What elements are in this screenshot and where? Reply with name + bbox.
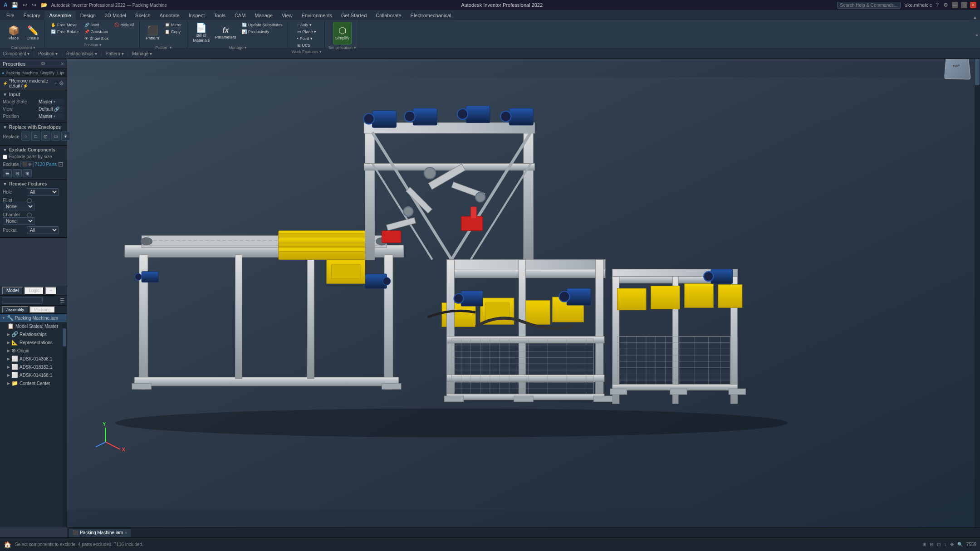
joint-button[interactable]: 🔗 Joint xyxy=(82,22,111,28)
close-btn[interactable]: ✕ xyxy=(970,2,976,8)
exclude-input[interactable]: ⬛ ⊕ xyxy=(20,161,34,167)
nav-btn-fit[interactable]: ⊡ xyxy=(937,542,941,547)
axis-button[interactable]: ↕ Axis ▾ xyxy=(295,22,319,28)
viewport-vscrollbar[interactable] xyxy=(975,49,980,537)
vp-tab-close-icon[interactable]: × xyxy=(125,531,127,535)
tree-scrollbar-thumb[interactable] xyxy=(63,328,66,346)
place-button[interactable]: 📦 Place xyxy=(5,22,23,44)
manage-dropdown[interactable]: Manage ▾ xyxy=(132,51,152,56)
exclude-section-header[interactable]: ▼ Exclude Components xyxy=(3,147,64,152)
replace-more-btn[interactable]: ▾ xyxy=(61,132,70,141)
quick-access-undo[interactable]: ↩ xyxy=(22,1,28,9)
pattern-button[interactable]: ⬛ Pattern xyxy=(143,22,162,44)
show-sick-button[interactable]: 👁 Show Sick xyxy=(82,35,111,42)
chamfer-select[interactable]: None xyxy=(3,217,34,225)
quick-access-redo[interactable]: ↪ xyxy=(31,1,37,9)
quick-access-open[interactable]: 📂 xyxy=(40,1,49,9)
section-settings-icon[interactable]: ⚙ xyxy=(59,80,64,87)
model-state-value[interactable]: Master ▾ xyxy=(37,99,64,105)
tab-design[interactable]: Design xyxy=(76,11,100,20)
help-icon[interactable]: ? xyxy=(935,1,940,9)
exclude-group-btn[interactable]: ⊞ xyxy=(23,169,32,177)
tab-manage[interactable]: Manage xyxy=(250,11,277,20)
hole-select[interactable]: All xyxy=(27,188,59,196)
productivity-button[interactable]: 📊 Productivity xyxy=(240,29,285,35)
tree-item-origin[interactable]: ▶ ⊕ Origin xyxy=(0,346,67,355)
tab-add[interactable]: + xyxy=(45,287,57,295)
constrain-button[interactable]: 📌 Constrain xyxy=(82,29,111,35)
modeling-subtab[interactable]: Modeling xyxy=(29,306,55,313)
tree-item-relationships[interactable]: ▶ 🔗 Relationships xyxy=(0,330,67,338)
exclude-by-size-checkbox[interactable] xyxy=(3,155,7,159)
ribbon-collapse-icon[interactable]: ▲ xyxy=(970,15,980,20)
tree-scrollbar[interactable] xyxy=(62,324,67,527)
viewport-tab-packing-machine[interactable]: ⬛ Packing Machine.iam × xyxy=(69,529,131,537)
remove-section-header[interactable]: ▼ Remove Features xyxy=(3,181,64,186)
fillet-select[interactable]: None xyxy=(3,203,34,210)
tree-item-model-states[interactable]: 📋 Model States: Master xyxy=(0,322,67,330)
tab-file[interactable]: File xyxy=(2,11,19,20)
quick-access-save[interactable]: 💾 xyxy=(10,1,19,9)
parameters-button[interactable]: fx Parameters xyxy=(213,22,239,44)
tab-factory[interactable]: Factory xyxy=(19,11,45,20)
pattern-dropdown[interactable]: Pattern ▾ xyxy=(105,51,123,56)
position-value[interactable]: Master ▾ xyxy=(37,113,64,119)
create-button[interactable]: ✏️ Create xyxy=(24,22,42,44)
tab-tools[interactable]: Tools xyxy=(209,11,230,20)
tab-inspect[interactable]: Inspect xyxy=(184,11,209,20)
simplify-button[interactable]: ⬡ Simplify xyxy=(333,22,352,44)
tab-view[interactable]: View xyxy=(277,11,297,20)
nav-btn-rotate[interactable]: ↕ xyxy=(944,542,946,547)
viewport[interactable]: X Y TOP xyxy=(67,49,980,537)
search-box[interactable]: Search Help & Commands... xyxy=(837,2,901,9)
exclude-filter-btn[interactable]: ⊟ xyxy=(13,169,22,177)
section-add-icon[interactable]: + xyxy=(54,80,58,87)
free-rotate-button[interactable]: 🔄 Free Rotate xyxy=(49,29,81,35)
position-dropdown[interactable]: Position ▾ xyxy=(38,51,58,56)
tree-item-adsk1[interactable]: ▶ ⬜ ADSK-014308:1 xyxy=(0,355,67,363)
tab-annotate[interactable]: Annotate xyxy=(155,11,184,20)
exclude-by-size-check[interactable]: Exclude parts by size xyxy=(3,154,64,159)
pocket-select[interactable]: All xyxy=(27,226,59,234)
ucs-button[interactable]: ⊞ UCS xyxy=(295,42,319,49)
tree-item-adsk3[interactable]: ▶ ⬜ ADSK-014168:1 xyxy=(0,371,67,379)
tab-electromechanical[interactable]: Electromechanical xyxy=(406,11,456,20)
tab-sketch[interactable]: Sketch xyxy=(131,11,155,20)
copy-button[interactable]: 📋 Copy xyxy=(162,29,184,35)
replace-sphere-btn[interactable]: ◎ xyxy=(41,132,50,141)
update-substitutes-button[interactable]: 🔄 Update Substitutes xyxy=(240,22,285,28)
input-section-header[interactable]: ▼ Input xyxy=(3,92,64,97)
plane-button[interactable]: ▭ Plane ▾ xyxy=(295,29,319,35)
ribbon-options[interactable]: ▾ xyxy=(976,33,978,38)
home-icon[interactable]: 🏠 xyxy=(4,541,11,548)
nav-btn-zoom-out[interactable]: ⊟ xyxy=(930,542,933,547)
tree-item-representations[interactable]: ▶ 📐 Representations xyxy=(0,338,67,346)
mirror-button[interactable]: 🔲 Mirror xyxy=(162,22,184,28)
maximize-btn[interactable]: □ xyxy=(961,2,967,8)
tree-item-content-center[interactable]: ▶ 📁 Content Center xyxy=(0,379,67,387)
point-button[interactable]: • Point ▾ xyxy=(295,35,319,42)
tab-collaborate[interactable]: Collaborate xyxy=(371,11,406,20)
relationships-dropdown[interactable]: Relationships ▾ xyxy=(66,51,97,56)
nav-btn-zoom[interactable]: 🔍 xyxy=(957,542,963,547)
tab-environments[interactable]: Environments xyxy=(297,11,337,20)
tab-model[interactable]: Model xyxy=(2,287,23,295)
replace-cylinder-btn[interactable]: ▭ xyxy=(51,132,60,141)
nav-btn-grid[interactable]: ⊞ xyxy=(922,542,926,547)
tab-assemble[interactable]: Assemble xyxy=(44,11,75,20)
view-link-icon[interactable]: 🔗 xyxy=(54,107,59,112)
replace-circle-btn[interactable]: ○ xyxy=(21,132,30,141)
replace-section-header[interactable]: ▼ Replace with Envelopes xyxy=(3,125,64,130)
tab-cam[interactable]: CAM xyxy=(230,11,250,20)
hide-all-button[interactable]: 🚫 Hide All xyxy=(112,22,137,28)
component-dropdown[interactable]: Component ▾ xyxy=(3,51,29,56)
replace-box-btn[interactable]: □ xyxy=(31,132,40,141)
tab-3dmodel[interactable]: 3D Model xyxy=(100,11,131,20)
tree-item-packing-machine[interactable]: ▼ 🔧 Packing Machine.iam xyxy=(0,314,67,322)
view-value[interactable]: Default 🔗 xyxy=(37,106,64,112)
viewport-vscrollbar-thumb[interactable] xyxy=(975,58,980,85)
panel-menu-icon[interactable]: ☰ xyxy=(60,297,65,304)
nav-btn-pan[interactable]: ✥ xyxy=(950,542,954,547)
exclude-list-btn[interactable]: ☰ xyxy=(3,169,12,177)
free-move-button[interactable]: ✋ Free Move xyxy=(49,22,81,28)
